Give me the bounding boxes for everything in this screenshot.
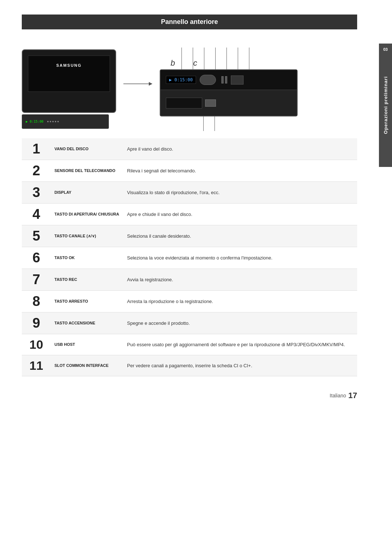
item-desc-3: Visualizza lo stato di riproduzione, l'o… [123,186,357,199]
item-label-5: TASTO CANALE (∧/∨) [51,230,123,242]
item-number-7: 7 [22,269,51,290]
device-body: SAMSUNG [22,49,116,113]
connector-arrow [123,77,152,91]
table-row: 3DISPLAYVisualizza lo stato di riproduzi… [22,182,357,204]
table-row: 5TASTO CANALE (∧/∨)Seleziona il canale d… [22,225,357,247]
footer-lang: Italiano [330,393,346,398]
device-dots [47,121,59,122]
dot-5 [57,121,59,122]
item-desc-8: Arresta la riproduzione o la registrazio… [123,295,357,308]
label-b: b [171,58,175,68]
item-desc-2: Rileva i segnali del telecomando. [123,164,357,177]
item-label-7: TASTO REC [51,274,123,285]
main-content: Pannello anteriore SAMSUNG ▶ 0:15:00 [22,15,357,400]
item-number-11: 11 [22,356,51,376]
device-panel: ▶ 0:15:00 [160,69,298,116]
vert-line-7 [249,48,249,69]
panel-connector [205,99,216,107]
panel-display: ▶ 0:15:00 [166,76,196,84]
side-tab: 03 Operazioni preliminari [379,44,392,167]
device-right: b c ▶ 0:15:00 [160,69,357,116]
vert-line-5 [226,48,227,69]
dot-1 [47,121,49,122]
device-display: ▶ 0:15:00 [26,120,44,123]
samsung-logo: SAMSUNG [56,63,82,67]
item-number-5: 5 [22,225,51,247]
svg-marker-1 [149,82,152,86]
side-tab-number: 03 [383,47,388,52]
item-label-9: TASTO ACCENSIONE [51,318,123,329]
vertical-lines [181,48,249,69]
panel-btn-2 [225,76,227,83]
device-small-unit: ▶ 0:15:00 [22,114,109,129]
item-label-4: TASTO DI APERTURA/ CHIUSURA [51,209,123,220]
items-list: 1VANO DEL DISCOApre il vano del disco.2S… [22,138,357,376]
footer: Italiano 17 [22,387,357,400]
item-number-10: 10 [22,335,51,355]
dot-2 [50,121,51,122]
item-label-10: USB HOST [51,339,123,350]
item-number-9: 9 [22,312,51,334]
item-desc-4: Apre e chiude il vano del disco. [123,208,357,221]
item-label-3: DISPLAY [51,187,123,198]
vert-line-4 [215,48,216,69]
dot-4 [55,121,56,122]
bottom-line-2 [215,116,215,131]
item-label-8: TASTO ARRESTO [51,296,123,307]
vert-line-2 [193,48,193,69]
table-row: 7TASTO RECAvvia la registrazione. [22,269,357,291]
vert-line-6 [238,48,238,69]
table-row: 11SLOT COMMON INTERFACEPer vedere canali… [22,355,357,376]
item-desc-9: Spegne e accende il prodotto. [123,317,357,330]
item-label-2: SENSORE DEL TELECOMANDO [51,165,123,176]
panel-bottom [160,90,297,116]
table-row: 10USB HOSTPuò essere usato per gli aggio… [22,334,357,355]
item-label-1: VANO DEL DISCO [51,143,123,155]
side-tab-label: Operazioni preliminari [383,76,388,134]
footer-page: 17 [348,391,357,400]
dot-3 [52,121,54,122]
panel-top: ▶ 0:15:00 [160,70,297,90]
item-desc-7: Avvia la registrazione. [123,273,357,286]
bottom-line-1 [203,116,204,131]
item-number-8: 8 [22,291,51,312]
panel-usb [231,75,244,85]
vert-line-3 [204,48,204,69]
item-number-1: 1 [22,138,51,160]
panel-oval-button [200,75,216,85]
panel-buttons [221,76,227,83]
page-title: Pannello anteriore [22,15,357,29]
table-row: 2SENSORE DEL TELECOMANDORileva i segnali… [22,160,357,182]
item-number-4: 4 [22,204,51,225]
item-desc-10: Può essere usato per gli aggiornamenti d… [123,338,357,351]
bottom-lines [203,116,215,131]
item-desc-6: Seleziona la voce evidenziata al momento… [123,251,357,265]
table-row: 9TASTO ACCENSIONESpegne e accende il pro… [22,312,357,334]
device-screen: SAMSUNG [28,56,110,92]
table-row: 6TASTO OKSeleziona la voce evidenziata a… [22,247,357,269]
item-number-2: 2 [22,160,51,181]
table-row: 1VANO DEL DISCOApre il vano del disco. [22,138,357,160]
item-number-6: 6 [22,247,51,269]
item-label-11: SLOT COMMON INTERFACE [51,360,123,371]
device-illustration: SAMSUNG ▶ 0:15:00 b [22,37,357,116]
vert-line-1 [181,48,182,69]
item-number-3: 3 [22,182,51,203]
item-desc-11: Per vedere canali a pagamento, inserire … [123,359,357,372]
device-left: SAMSUNG ▶ 0:15:00 [22,44,123,116]
table-row: 4TASTO DI APERTURA/ CHIUSURAApre e chiud… [22,204,357,225]
panel-slot [166,98,202,109]
item-label-6: TASTO OK [51,252,123,263]
item-desc-5: Seleziona il canale desiderato. [123,230,357,243]
items-container: 1VANO DEL DISCOApre il vano del disco.2S… [22,138,357,376]
item-desc-1: Apre il vano del disco. [123,143,357,156]
panel-btn-1 [221,76,224,83]
table-row: 8TASTO ARRESTOArresta la riproduzione o … [22,291,357,312]
